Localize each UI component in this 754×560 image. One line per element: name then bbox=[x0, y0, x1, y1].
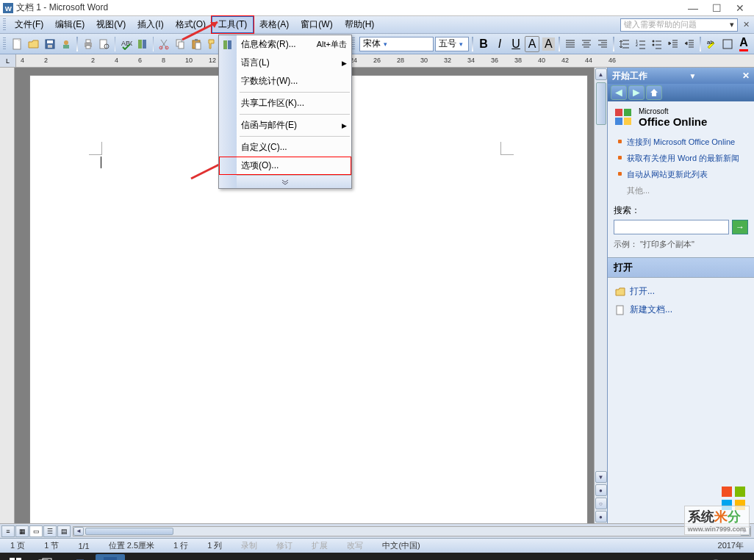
new-doc-link[interactable]: 新建文档... bbox=[614, 301, 748, 319]
toolbar-handle-3[interactable] bbox=[352, 37, 355, 51]
status-bar: 1 页 1 节 1/1 位置 2.5厘米 1 行 1 列 录制 修订 扩展 改写… bbox=[0, 538, 754, 553]
minimize-button[interactable]: — bbox=[688, 3, 698, 13]
cut-button[interactable] bbox=[157, 36, 171, 52]
forward-button[interactable]: ► bbox=[628, 85, 645, 100]
task-view-button[interactable] bbox=[31, 554, 60, 560]
tp-link-connect[interactable]: 连接到 Microsoft Office Online bbox=[617, 134, 748, 150]
scroll-left-button[interactable]: ◄ bbox=[73, 527, 84, 536]
help-search-box[interactable]: 键入需要帮助的问题 bbox=[620, 18, 738, 32]
normal-view-button[interactable]: ≡ bbox=[1, 525, 15, 537]
menu-edit[interactable]: 编辑(E) bbox=[49, 17, 90, 32]
search-input[interactable] bbox=[614, 220, 729, 234]
tools-dropdown-menu: 信息检索(R)...Alt+单击 语言(L)▶ 字数统计(W)... 共享工作区… bbox=[218, 35, 352, 189]
character-border-button[interactable]: A bbox=[525, 36, 539, 52]
svg-rect-28 bbox=[723, 40, 732, 49]
folder-icon bbox=[615, 287, 625, 297]
start-button[interactable] bbox=[3, 554, 28, 560]
maximize-button[interactable]: ☐ bbox=[711, 3, 722, 13]
horizontal-ruler[interactable]: L 42246810121416182022242628303234363840… bbox=[0, 54, 754, 68]
office-online-logo: MicrosoftOffice Online bbox=[614, 107, 748, 128]
print-preview-button[interactable] bbox=[97, 36, 112, 52]
font-name-combo[interactable]: 宋体 bbox=[359, 37, 434, 51]
tp-link-news[interactable]: 获取有关使用 Word 的最新新闻 bbox=[617, 150, 748, 166]
reading-view-button[interactable]: ▤ bbox=[57, 525, 71, 537]
align-center-button[interactable] bbox=[579, 36, 594, 52]
close-button[interactable]: ✕ bbox=[735, 3, 745, 13]
bullets-button[interactable] bbox=[650, 36, 664, 52]
scroll-up-button[interactable]: ▲ bbox=[595, 68, 607, 80]
menu-research[interactable]: 信息检索(R)...Alt+单击 bbox=[219, 35, 351, 54]
menubar-close-icon[interactable]: ✕ bbox=[741, 20, 751, 30]
menu-view[interactable]: 视图(V) bbox=[90, 17, 132, 32]
vertical-ruler[interactable] bbox=[0, 68, 15, 523]
research-icon bbox=[222, 39, 234, 51]
title-bar: W 文档 1 - Microsoft Word — ☐ ✕ bbox=[0, 0, 754, 16]
border-button[interactable] bbox=[720, 36, 735, 52]
new-doc-button[interactable] bbox=[10, 36, 25, 52]
menu-window[interactable]: 窗口(W) bbox=[295, 17, 338, 32]
browse-next-button[interactable]: ● bbox=[595, 511, 607, 523]
font-size-combo[interactable]: 五号 bbox=[435, 37, 469, 51]
tp-link-update[interactable]: 自动从网站更新此列表 bbox=[617, 166, 748, 182]
task-pane-header: 开始工作 ▼ ✕ bbox=[608, 68, 754, 84]
scroll-thumb-h[interactable] bbox=[85, 528, 173, 535]
word-taskbar-button[interactable]: W bbox=[96, 554, 125, 560]
status-lang[interactable]: 中文(中国) bbox=[376, 540, 426, 551]
bold-button[interactable]: B bbox=[476, 36, 491, 52]
toolbar-handle-2[interactable] bbox=[3, 37, 6, 51]
menu-file[interactable]: 文件(F) bbox=[9, 17, 49, 32]
line-spacing-button[interactable] bbox=[617, 36, 632, 52]
menu-language[interactable]: 语言(L)▶ bbox=[219, 54, 351, 72]
spellcheck-button[interactable]: ABC bbox=[118, 36, 133, 52]
menu-help[interactable]: 帮助(H) bbox=[339, 17, 381, 32]
increase-indent-button[interactable] bbox=[682, 36, 697, 52]
underline-button[interactable]: U bbox=[509, 36, 523, 52]
menu-table[interactable]: 表格(A) bbox=[254, 17, 295, 32]
numbering-button[interactable]: 12 bbox=[633, 36, 648, 52]
tp-link-other[interactable]: 其他... bbox=[617, 182, 748, 198]
decrease-indent-button[interactable] bbox=[666, 36, 681, 52]
research-button[interactable] bbox=[135, 36, 150, 52]
permission-button[interactable] bbox=[59, 36, 73, 52]
vertical-scrollbar[interactable]: ▲ ▼ ● ○ ● bbox=[594, 68, 607, 523]
menu-insert[interactable]: 插入(I) bbox=[132, 17, 169, 32]
task-pane-close-icon[interactable]: ✕ bbox=[742, 71, 750, 81]
menu-letters-mailings[interactable]: 信函与邮件(E)▶ bbox=[219, 116, 351, 134]
scroll-thumb[interactable] bbox=[596, 82, 606, 125]
windows-taskbar: W ⧉ 🖧 ☐ 🔊 中 M bbox=[0, 553, 754, 560]
status-rec[interactable]: 录制 bbox=[235, 540, 263, 551]
outline-view-button[interactable]: ☰ bbox=[43, 525, 57, 537]
file-explorer-button[interactable] bbox=[63, 554, 93, 560]
status-ext[interactable]: 扩展 bbox=[306, 540, 334, 551]
align-right-button[interactable] bbox=[595, 36, 610, 52]
view-buttons-bar: ≡ ▦ ▭ ☰ ▤ ◄ ► bbox=[0, 523, 754, 538]
scroll-down-button[interactable]: ▼ bbox=[595, 471, 607, 483]
task-pane-dropdown-icon[interactable]: ▼ bbox=[689, 72, 697, 80]
status-ovr[interactable]: 改写 bbox=[341, 540, 369, 551]
menu-wordcount[interactable]: 字数统计(W)... bbox=[219, 72, 351, 90]
print-button[interactable] bbox=[81, 36, 96, 52]
menu-options[interactable]: 选项(O)... bbox=[219, 157, 351, 175]
browse-object-button[interactable]: ○ bbox=[595, 498, 607, 509]
horizontal-scrollbar[interactable]: ◄ ► bbox=[73, 526, 751, 536]
home-button[interactable] bbox=[646, 85, 662, 100]
browse-prev-button[interactable]: ● bbox=[595, 484, 607, 496]
italic-button[interactable]: I bbox=[492, 36, 507, 52]
toolbar-handle[interactable] bbox=[3, 18, 6, 32]
print-view-button[interactable]: ▭ bbox=[29, 525, 43, 537]
menu-customize[interactable]: 自定义(C)... bbox=[219, 138, 351, 157]
web-view-button[interactable]: ▦ bbox=[15, 525, 29, 537]
save-button[interactable] bbox=[43, 36, 57, 52]
back-button[interactable]: ◄ bbox=[611, 85, 627, 100]
status-page: 1 页 bbox=[4, 540, 31, 551]
open-button[interactable] bbox=[26, 36, 41, 52]
font-color-button[interactable]: A bbox=[736, 36, 751, 52]
character-shading-button[interactable]: A bbox=[541, 36, 556, 52]
align-justify-button[interactable] bbox=[563, 36, 578, 52]
menu-shared-workspace[interactable]: 共享工作区(K)... bbox=[219, 94, 351, 112]
search-go-button[interactable]: → bbox=[732, 220, 748, 234]
status-rev[interactable]: 修订 bbox=[270, 540, 298, 551]
menu-expand-button[interactable] bbox=[219, 175, 351, 188]
highlight-button[interactable]: ab bbox=[704, 36, 719, 52]
open-link[interactable]: 打开... bbox=[614, 282, 748, 301]
